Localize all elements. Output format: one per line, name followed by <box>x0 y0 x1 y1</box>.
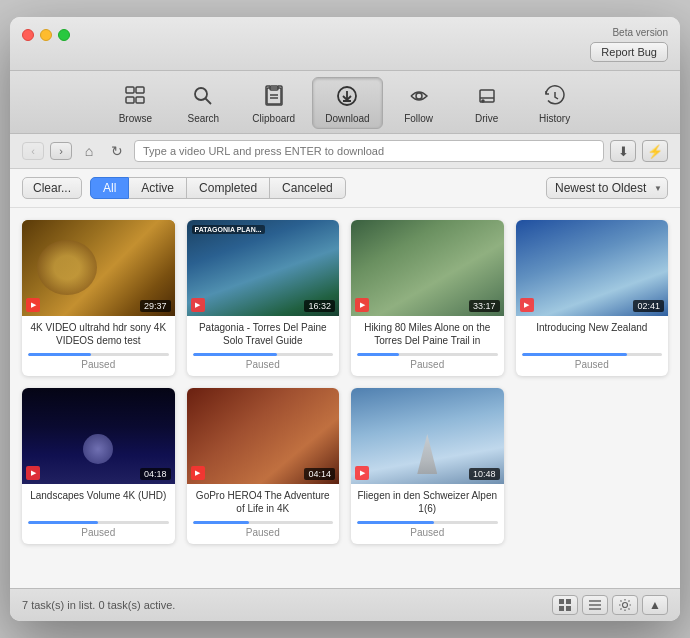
svg-point-24 <box>623 603 628 608</box>
download-icon <box>333 82 361 110</box>
svg-rect-20 <box>566 606 571 611</box>
video-thumb-7: ▶ 10:48 <box>351 388 504 484</box>
filter-bar: Clear... All Active Completed Canceled N… <box>10 169 680 208</box>
video-thumb-3: ▶ 33:17 <box>351 220 504 316</box>
video-info-3: Hiking 80 Miles Alone on the Torres Del … <box>351 316 504 376</box>
svg-rect-17 <box>559 599 564 604</box>
download-to-button[interactable]: ⬇ <box>610 140 636 162</box>
video-grid: ▶ 29:37 4K VIDEO ultrahd hdr sony 4K VID… <box>22 220 668 544</box>
grid-view-button[interactable] <box>552 595 578 615</box>
video-status-1: Paused <box>28 359 169 370</box>
back-button[interactable]: ‹ <box>22 142 44 160</box>
filter-tab-completed[interactable]: Completed <box>187 177 270 199</box>
drive-label: Drive <box>475 113 498 124</box>
clear-button[interactable]: Clear... <box>22 177 82 199</box>
history-icon <box>541 82 569 110</box>
video-thumb-2: PATAGONIA PLAN... ▶ 16:32 <box>187 220 340 316</box>
toolbar-follow[interactable]: Follow <box>387 77 451 129</box>
home-button[interactable]: ⌂ <box>78 142 100 160</box>
sort-select[interactable]: Newest to Oldest Oldest to Newest Name A… <box>546 177 668 199</box>
video-card-6[interactable]: ▶ 04:14 GoPro HERO4 The Adventure of Lif… <box>187 388 340 544</box>
maximize-button[interactable] <box>58 29 70 41</box>
video-card-1[interactable]: ▶ 29:37 4K VIDEO ultrahd hdr sony 4K VID… <box>22 220 175 376</box>
forward-button[interactable]: › <box>50 142 72 160</box>
duration-4: 02:41 <box>633 300 664 312</box>
svg-rect-2 <box>126 97 134 103</box>
progress-7 <box>357 521 498 524</box>
video-thumb-6: ▶ 04:14 <box>187 388 340 484</box>
video-thumb-1: ▶ 29:37 <box>22 220 175 316</box>
duration-2: 16:32 <box>304 300 335 312</box>
follow-icon <box>405 82 433 110</box>
video-status-3: Paused <box>357 359 498 370</box>
svg-rect-3 <box>136 97 144 103</box>
video-title-3: Hiking 80 Miles Alone on the Torres Del … <box>357 321 498 349</box>
toolbar-search[interactable]: Search <box>171 77 235 129</box>
clipboard-label: Clipboard <box>252 113 295 124</box>
svg-point-13 <box>416 93 422 99</box>
video-info-6: GoPro HERO4 The Adventure of Life in 4K … <box>187 484 340 544</box>
video-card-3[interactable]: ▶ 33:17 Hiking 80 Miles Alone on the Tor… <box>351 220 504 376</box>
browse-label: Browse <box>119 113 152 124</box>
toolbar-clipboard[interactable]: Clipboard <box>239 77 308 129</box>
progress-5 <box>28 521 169 524</box>
refresh-button[interactable]: ↻ <box>106 142 128 160</box>
play-icon-2: ▶ <box>191 298 205 312</box>
flash-button[interactable]: ⚡ <box>642 140 668 162</box>
svg-rect-0 <box>126 87 134 93</box>
video-info-4: Introducing New Zealand Paused <box>516 316 669 376</box>
toolbar-download[interactable]: Download <box>312 77 382 129</box>
play-icon-3: ▶ <box>355 298 369 312</box>
video-thumb-5: ▶ 04:18 <box>22 388 175 484</box>
report-bug-button[interactable]: Report Bug <box>590 42 668 62</box>
duration-7: 10:48 <box>469 468 500 480</box>
toolbar-history[interactable]: History <box>523 77 587 129</box>
video-info-5: Landscapes Volume 4K (UHD) Paused <box>22 484 175 544</box>
settings-button[interactable] <box>612 595 638 615</box>
play-icon-6: ▶ <box>191 466 205 480</box>
video-info-7: Fliegen in den Schweizer Alpen 1(6) Paus… <box>351 484 504 544</box>
titlebar-right: Beta version Report Bug <box>590 27 668 62</box>
video-info-2: Patagonia - Torres Del Paine Solo Travel… <box>187 316 340 376</box>
duration-1: 29:37 <box>140 300 171 312</box>
video-status-6: Paused <box>193 527 334 538</box>
filter-tab-active[interactable]: Active <box>129 177 187 199</box>
clipboard-icon <box>260 82 288 110</box>
video-title-5: Landscapes Volume 4K (UHD) <box>28 489 169 517</box>
video-status-7: Paused <box>357 527 498 538</box>
toolbar: Browse Search Clipboard <box>10 71 680 134</box>
duration-6: 04:14 <box>304 468 335 480</box>
video-status-2: Paused <box>193 359 334 370</box>
video-title-7: Fliegen in den Schweizer Alpen 1(6) <box>357 489 498 517</box>
filter-tab-canceled[interactable]: Canceled <box>270 177 346 199</box>
close-button[interactable] <box>22 29 34 41</box>
search-label: Search <box>188 113 220 124</box>
video-title-1: 4K VIDEO ultrahd hdr sony 4K VIDEOS demo… <box>28 321 169 349</box>
duration-3: 33:17 <box>469 300 500 312</box>
filter-tab-all[interactable]: All <box>90 177 129 199</box>
list-view-button[interactable] <box>582 595 608 615</box>
toolbar-browse[interactable]: Browse <box>103 77 167 129</box>
svg-line-5 <box>206 99 212 105</box>
drive-icon <box>473 82 501 110</box>
video-status-5: Paused <box>28 527 169 538</box>
url-input[interactable] <box>134 140 604 162</box>
beta-label: Beta version <box>612 27 668 38</box>
svg-point-16 <box>482 100 484 102</box>
video-card-5[interactable]: ▶ 04:18 Landscapes Volume 4K (UHD) Pause… <box>22 388 175 544</box>
video-thumb-4: ▶ 02:41 <box>516 220 669 316</box>
collapse-button[interactable]: ▲ <box>642 595 668 615</box>
svg-rect-18 <box>566 599 571 604</box>
video-card-2[interactable]: PATAGONIA PLAN... ▶ 16:32 Patagonia - To… <box>187 220 340 376</box>
minimize-button[interactable] <box>40 29 52 41</box>
titlebar: Beta version Report Bug <box>10 17 680 71</box>
play-icon-4: ▶ <box>520 298 534 312</box>
video-card-4[interactable]: ▶ 02:41 Introducing New Zealand Paused <box>516 220 669 376</box>
video-info-1: 4K VIDEO ultrahd hdr sony 4K VIDEOS demo… <box>22 316 175 376</box>
toolbar-drive[interactable]: Drive <box>455 77 519 129</box>
svg-rect-1 <box>136 87 144 93</box>
browse-icon <box>121 82 149 110</box>
video-status-4: Paused <box>522 359 663 370</box>
main-window: Beta version Report Bug Browse <box>10 17 680 621</box>
video-card-7[interactable]: ▶ 10:48 Fliegen in den Schweizer Alpen 1… <box>351 388 504 544</box>
